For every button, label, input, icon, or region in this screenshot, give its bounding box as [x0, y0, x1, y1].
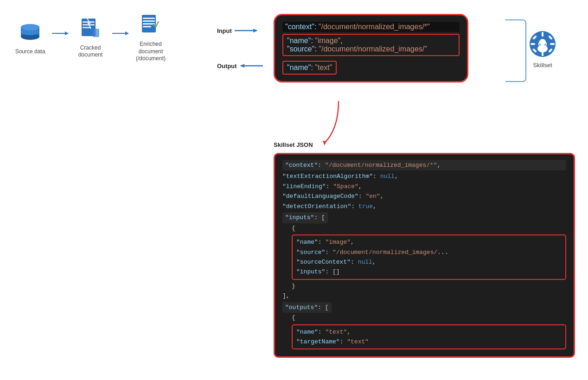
arrow-1 [51, 29, 70, 38]
skillset-bracket [505, 19, 526, 82]
database-icon [18, 21, 42, 45]
svg-rect-15 [143, 18, 155, 19]
popup-line1-val: "/document/normalized_images/*" [319, 23, 430, 31]
input-label: Input [217, 27, 232, 34]
svg-rect-11 [93, 29, 99, 37]
svg-point-34 [539, 39, 546, 45]
svg-marker-6 [65, 32, 69, 35]
pipeline-diagram: Source data Cracked document [9, 14, 172, 63]
svg-rect-25 [542, 32, 543, 37]
enriched-doc-icon [139, 14, 163, 38]
svg-rect-18 [143, 26, 151, 27]
enriched-doc-label: Enricheddocument(/document) [136, 41, 166, 63]
json-code-block: "context": "/document/normalized_images/… [274, 153, 575, 358]
source-data-node: Source data [9, 21, 51, 56]
svg-marker-20 [253, 29, 258, 32]
svg-marker-22 [240, 64, 244, 68]
skillset-json-label: Skillset JSON [274, 141, 313, 148]
svg-rect-27 [530, 43, 535, 45]
svg-rect-28 [550, 43, 555, 45]
cracked-document-node: Cracked document [70, 18, 111, 59]
cracked-doc-icon [78, 18, 102, 42]
svg-marker-36 [323, 141, 326, 146]
connector-arrow [320, 101, 357, 147]
input-arrow-row: Input Output [217, 27, 263, 70]
output-arrow-icon [240, 62, 263, 70]
svg-point-35 [537, 45, 548, 52]
enriched-document-node: Enricheddocument(/document) [130, 14, 172, 63]
skillset-icon [529, 30, 556, 60]
svg-point-4 [21, 24, 39, 31]
source-data-label: Source data [15, 48, 45, 56]
popup-code-box: "context": "/document/normalized_images/… [274, 14, 468, 82]
input-arrow-icon [235, 27, 258, 34]
svg-rect-16 [143, 20, 155, 22]
output-label: Output [217, 63, 237, 70]
outputs-inner-box: "name": "text", "targetName": "text" [292, 324, 566, 350]
arrow-2 [111, 29, 130, 38]
inputs-inner-box: "name": "image", "source": "/document/no… [292, 234, 566, 280]
skillset-node: Skillset [529, 30, 556, 69]
skillset-label: Skillset [533, 62, 552, 69]
svg-marker-13 [125, 32, 129, 35]
cracked-doc-label: Cracked document [70, 44, 111, 59]
popup-line1-key: "context" [285, 23, 314, 31]
